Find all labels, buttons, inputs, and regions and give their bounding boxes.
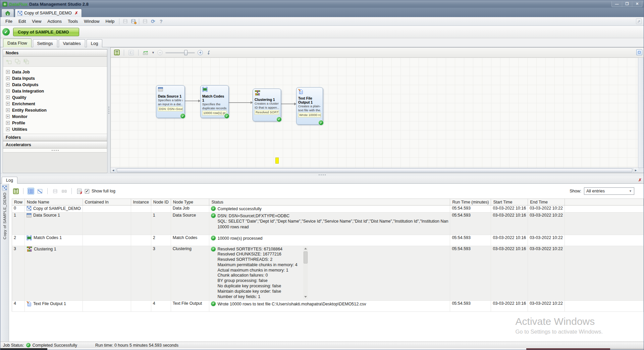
main-tab-log[interactable]: Log <box>87 39 103 47</box>
help-button[interactable]: ? <box>157 18 165 25</box>
show-entries-dropdown[interactable]: All entries ▼ <box>584 187 634 195</box>
column-header[interactable]: Node Name <box>25 199 83 206</box>
auto-layout-icon[interactable] <box>142 49 149 56</box>
table-row[interactable]: 2 Match Codes 1 2 Match Codes 10000 row(… <box>12 235 644 246</box>
grid-view-icon[interactable] <box>28 188 34 194</box>
save-button[interactable] <box>121 18 129 25</box>
add-linked-node-icon[interactable]: + <box>23 59 29 64</box>
sidebar-tree-item[interactable]: + Data Integration <box>3 88 107 94</box>
job-name-button[interactable]: Copy of SAMPLE_DEMO <box>13 28 79 36</box>
log-tab[interactable]: Log <box>2 177 17 184</box>
refresh-button[interactable]: ⟳ <box>149 18 157 25</box>
column-header[interactable]: Run Time (minutes) <box>450 199 491 206</box>
canvas-horizontal-scrollbar[interactable]: ◄ ► <box>111 168 644 173</box>
main-tab-variables[interactable]: Variables <box>59 39 85 47</box>
column-header[interactable]: Start Time <box>491 199 528 206</box>
zoom-out-button[interactable]: − <box>157 49 163 56</box>
sidebar-tree-item[interactable]: + Entity Resolution <box>3 107 107 113</box>
details-mode-icon[interactable] <box>128 49 135 56</box>
menu-item[interactable]: View <box>29 17 44 25</box>
column-header[interactable]: Node ID <box>151 199 171 206</box>
sidebar-tree-item[interactable]: + Quality <box>3 94 107 101</box>
column-header[interactable]: Contained In <box>83 199 131 206</box>
canvas-vertical-scrollbar[interactable] <box>638 58 643 168</box>
find-in-log-icon[interactable] <box>61 188 67 194</box>
sidebar-canvas-splitter[interactable] <box>107 47 110 173</box>
expand-icon[interactable]: + <box>6 89 10 93</box>
menu-item[interactable]: File <box>2 17 15 25</box>
sidebar-tree-item[interactable]: + Utilities <box>3 126 107 132</box>
close-button[interactable]: ✕ <box>632 1 642 7</box>
column-header[interactable]: Instance <box>131 199 151 206</box>
add-node-group-icon[interactable]: + <box>14 59 20 64</box>
flow-node-match-codes[interactable]: Match Codes 1 Specifies the duplicate re… <box>200 85 229 118</box>
sidebar-tree-item[interactable]: + Profile <box>3 120 107 126</box>
column-header[interactable]: Status <box>209 199 450 206</box>
sidebar-tree-item[interactable]: + Data Inputs <box>3 75 107 81</box>
chart-view-icon[interactable] <box>37 188 43 194</box>
export-log-icon[interactable] <box>12 188 19 194</box>
expand-icon[interactable]: + <box>6 127 10 131</box>
table-row[interactable]: 1 Data Source 1 1 Data Source DSN: DSN=S… <box>12 212 644 235</box>
column-header[interactable]: Node Type <box>171 199 209 206</box>
expand-icon[interactable]: + <box>6 102 10 106</box>
table-row[interactable]: 4 Text File Output 1 4 Text File Output … <box>12 300 644 311</box>
restore-button[interactable]: ❐ <box>622 1 632 7</box>
main-tab-settings[interactable]: Settings <box>33 39 57 47</box>
menu-item[interactable]: Help <box>103 17 118 25</box>
clear-log-icon[interactable] <box>76 188 83 194</box>
expand-icon[interactable]: + <box>6 76 10 80</box>
scroll-up-arrow[interactable] <box>303 247 308 251</box>
zoom-slider-handle[interactable] <box>184 50 187 55</box>
expand-icon[interactable]: + <box>6 83 10 86</box>
expand-icon[interactable]: + <box>6 70 10 74</box>
scroll-thumb[interactable] <box>304 251 308 264</box>
scroll-down-arrow[interactable] <box>303 295 308 299</box>
status-scrollbar[interactable] <box>303 247 308 299</box>
zoom-slider[interactable] <box>165 50 195 56</box>
show-full-log-checkbox[interactable]: ✓ <box>85 189 89 193</box>
main-tab-data-flow[interactable]: Data Flow <box>3 39 32 47</box>
expand-icon[interactable]: + <box>6 115 10 118</box>
folders-panel-header[interactable]: Folders <box>3 134 107 141</box>
flow-node-text-file-output[interactable]: Text File Output 1 Creates a plain- text… <box>296 87 323 125</box>
zoom-in-button[interactable]: + <box>197 49 204 56</box>
save-log-icon[interactable] <box>52 188 58 194</box>
fit-to-window-button[interactable]: ⤵ <box>206 49 212 56</box>
document-tab[interactable]: Copy of SAMPLE_DEMO ✗ <box>15 9 82 17</box>
expand-icon[interactable]: + <box>6 121 10 125</box>
save-all-button[interactable] <box>141 18 149 25</box>
overview-mode-icon[interactable] <box>113 49 120 56</box>
minimize-button[interactable]: — <box>612 1 622 7</box>
canvas-corner-button[interactable] <box>636 49 642 55</box>
flow-node-clustering[interactable]: Clustering 1 Creates a cluster ID that i… <box>253 89 281 121</box>
menu-item[interactable]: Actions <box>44 17 65 25</box>
log-side-tab[interactable]: Copy of SAMPLE_DEMO <box>0 184 9 342</box>
home-tab[interactable] <box>1 9 14 17</box>
sidebar-tree-item[interactable]: + Enrichment <box>3 101 107 107</box>
menu-item[interactable]: Tools <box>65 17 81 25</box>
expand-icon[interactable]: + <box>6 96 10 99</box>
scroll-thumb[interactable] <box>117 168 632 172</box>
menu-item[interactable]: Window <box>81 17 102 25</box>
accelerators-panel-header[interactable]: Accelerators <box>3 141 107 149</box>
flow-node-data-source[interactable]: Data Source 1 Specifies a table as an in… <box>156 85 185 118</box>
menu-item[interactable]: Edit <box>15 17 29 25</box>
canvas-log-splitter[interactable] <box>0 173 644 176</box>
add-node-icon[interactable]: + <box>6 59 12 64</box>
sidebar-splitter-grip[interactable] <box>3 149 107 152</box>
detach-window-icon[interactable]: ⇗ <box>636 18 642 24</box>
flow-canvas[interactable]: Data Source 1 Specifies a table as an in… <box>111 58 644 168</box>
sidebar-tree-item[interactable]: + Monitor <box>3 113 107 120</box>
scroll-right-arrow[interactable]: ► <box>633 168 638 173</box>
nodes-panel-header[interactable]: Nodes <box>3 49 107 57</box>
column-header[interactable]: Row <box>12 199 25 206</box>
save-as-button[interactable] <box>129 18 137 25</box>
table-row[interactable]: 0 Copy of SAMPLE_DEMO Data Job Completed… <box>12 206 644 213</box>
sidebar-tree-item[interactable]: + Data Outputs <box>3 81 107 88</box>
table-row[interactable]: 3 Clustering 1 3 Clustering Resolved SOR… <box>12 246 644 300</box>
sidebar-tree-item[interactable]: + Data Job <box>3 69 107 75</box>
log-close-icon[interactable]: ✗ <box>638 178 642 183</box>
layout-dropdown-caret[interactable]: ▼ <box>152 51 155 54</box>
tab-close-icon[interactable]: ✗ <box>75 11 78 15</box>
